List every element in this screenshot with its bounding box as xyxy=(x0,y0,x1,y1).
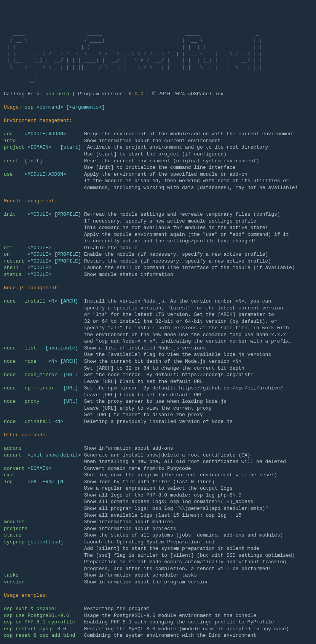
desc-use2: If the module is disabled, then working … xyxy=(4,178,289,184)
d-ninstall3: or "lts" for the latest LTS version. Set… xyxy=(4,312,274,317)
sub-nuninstall: uninstall xyxy=(25,419,54,425)
cmd-nnm: node xyxy=(4,372,25,378)
d-nmode2: Set [ARCH] to 32 or 64 to change the cur… xyxy=(4,365,244,371)
d-sysprep4: Preparation in silent mode occurs automa… xyxy=(4,559,286,565)
d-nproxy2: Leave [URL] empty to view the current pr… xyxy=(4,405,212,411)
arg-convert: <DOMAIN> xyxy=(27,466,84,471)
ex4d: Restarting the MySQL-8.0 module (module … xyxy=(84,626,289,632)
d-ninstall7: and "osp add Node-x.x.x", indicating the… xyxy=(4,338,292,344)
desc-exit: Shutting down the program (the current e… xyxy=(84,472,277,478)
cmd-log: log xyxy=(4,479,27,485)
cmd-addons: addons xyxy=(4,445,84,451)
d-nproxy1: Set the proxy server to use when loading… xyxy=(84,399,227,404)
desc-init4: Apply the module environment again (the … xyxy=(4,232,289,237)
arg-on: <MODULE> [PROFILE] xyxy=(27,252,84,257)
d-log6: Show all available logs (last 15 lines):… xyxy=(4,513,241,518)
arg-nproxy: [URL] xyxy=(63,399,84,404)
d-npm1: Set the npm mirror. By default: https://… xyxy=(84,385,283,391)
section-examples: Usage examples: xyxy=(4,593,48,598)
d-ninstall4: 32 or 64 to install the 32-bit or 64-bit… xyxy=(4,319,277,324)
usage-label: Usage: xyxy=(4,104,22,110)
osp-help-cmd: osp help xyxy=(42,91,69,97)
cmd-project: project xyxy=(4,144,25,150)
ex2d: Usage the PostgreSQL-9.6 module environm… xyxy=(84,613,256,618)
d-nnm2: Leave [URL] blank to set the default URL xyxy=(4,379,203,384)
desc-shell: Launch the shell or command line interfa… xyxy=(84,265,295,271)
section-node: Node.js management: xyxy=(4,285,60,291)
d-log4: Show all domain access logs: osp log dom… xyxy=(4,499,253,505)
cmd-on: on xyxy=(4,252,27,257)
sub-nproxy: proxy xyxy=(25,399,63,404)
cmd-add: add xyxy=(4,131,25,137)
cmd-exit: exit xyxy=(4,472,84,478)
cmd-mstatus: status xyxy=(4,272,27,277)
section-module: Module management: xyxy=(4,198,57,204)
cmd-projects: projects xyxy=(4,526,84,532)
d-ninstall6: the environment of the new Node use the … xyxy=(4,332,289,338)
copyright: © 2010-2024 «OSPanel.io» xyxy=(152,91,223,97)
sub-nlist: list xyxy=(25,345,46,351)
cmd-convert: convert xyxy=(4,466,27,471)
arg-off: <MODULE> xyxy=(27,245,84,251)
d-ninstall2: specify a specific version, "latest" for… xyxy=(4,305,286,311)
cmd-tasks: tasks xyxy=(4,572,84,578)
d-nnm1: Set the node mirror. By default: https:/… xyxy=(84,372,254,378)
sub-npm: npm_mirror xyxy=(25,385,63,391)
arg-cacert: <init|show|deinit> xyxy=(27,452,84,458)
usage-osp: osp xyxy=(22,104,37,110)
cmd-shell: shell xyxy=(4,265,27,271)
desc-convert: Convert domain name from/to Punycode xyxy=(84,466,191,471)
desc-init5: is currently active and the settings/pro… xyxy=(4,238,256,244)
d-ninstall5: specify "all" to install both versions a… xyxy=(4,325,289,331)
d-ninstall1: Install the version Node.js. As the vers… xyxy=(84,298,271,304)
ex3: osp on PHP-8.1 myprofile xyxy=(4,619,84,625)
sub-ninstall: install xyxy=(25,298,48,304)
ascii-logo: ____ _____ _____ _ / __ \ / ____| | __ \… xyxy=(4,31,262,83)
arg-nmode: <N> [ARCH] xyxy=(48,359,84,364)
desc-reset1: Reset the current environment (original … xyxy=(84,158,259,164)
arg-nuninstall: <N> xyxy=(54,419,84,425)
cmd-cacert: cacert xyxy=(4,452,27,458)
d-npm2: Leave [URL] blank to set the default URL xyxy=(4,392,203,398)
cmd-nuninstall: node xyxy=(4,419,25,425)
d-nuninstall1: Deleting a previously installed version … xyxy=(84,419,233,425)
cmd-reset: reset xyxy=(4,158,25,164)
sep1: | xyxy=(69,91,78,97)
usage-command: <command> xyxy=(37,104,63,110)
cmd-restart: restart xyxy=(4,258,27,264)
desc-init1: Re-read the module settings and recreate… xyxy=(84,211,280,217)
arg-nlist: [available] xyxy=(45,345,84,351)
cmd-sysprep: sysprep xyxy=(4,539,27,545)
ex3d: Enabling PHP-8.1 with changing the setti… xyxy=(84,619,274,625)
ex5: osp reset & osp add bind xyxy=(4,633,84,638)
sep2: | xyxy=(144,91,152,97)
section-env: Environment management: xyxy=(4,118,72,123)
desc-restart: Restart the module (if necessary, specif… xyxy=(84,258,271,264)
d-log1: Show logs by file path filter (last N li… xyxy=(84,479,215,485)
d-cacert2: When installing a new one, all old root … xyxy=(4,459,286,465)
d-sysprep2: Add [silent] to start the system prepara… xyxy=(4,546,259,551)
d-log3: Show all logs of the PHP-8.0 module: osp… xyxy=(4,492,241,498)
version-number: 6.0.0 xyxy=(126,91,144,97)
section-other: Other commands: xyxy=(4,432,48,438)
desc-add: Merge the environment of the module/add-… xyxy=(84,131,295,137)
desc-tasks: Show information about scheduler tasks xyxy=(84,572,197,578)
desc-version: Show information about the program versi… xyxy=(84,579,209,585)
arg-sysprep: [silent|ssd] xyxy=(27,539,84,545)
desc-addons: Show information about add-ons xyxy=(84,445,173,451)
desc-use1: Apply the environment of the specified m… xyxy=(84,171,247,177)
d-sysprep5: progress, and after its completion, a re… xyxy=(4,566,271,572)
desc-ostatus: Show the status of all systems (jobs, do… xyxy=(84,532,283,538)
arg-reset: [init] xyxy=(25,158,84,164)
arg-init: <MODULE> [PROFILE] xyxy=(27,211,84,217)
arg-ninstall: <N> [ARCH] xyxy=(48,298,84,304)
cmd-ninstall: node xyxy=(4,298,25,304)
cmd-init: init xyxy=(4,211,27,217)
cmd-nproxy: node xyxy=(4,399,25,404)
desc-on: Enable the module (if necessary, specify… xyxy=(84,252,268,257)
desc-init2: If necessary, specify a new active modul… xyxy=(4,218,256,224)
ex1: osp exit & ospanel xyxy=(4,606,84,612)
arg-restart: <MODULE> [PROFILE] xyxy=(27,258,84,264)
d-nlist2: Use the [available] flag to view the ava… xyxy=(4,352,271,357)
arg-add: <MODULE|ADDON> xyxy=(25,131,84,137)
